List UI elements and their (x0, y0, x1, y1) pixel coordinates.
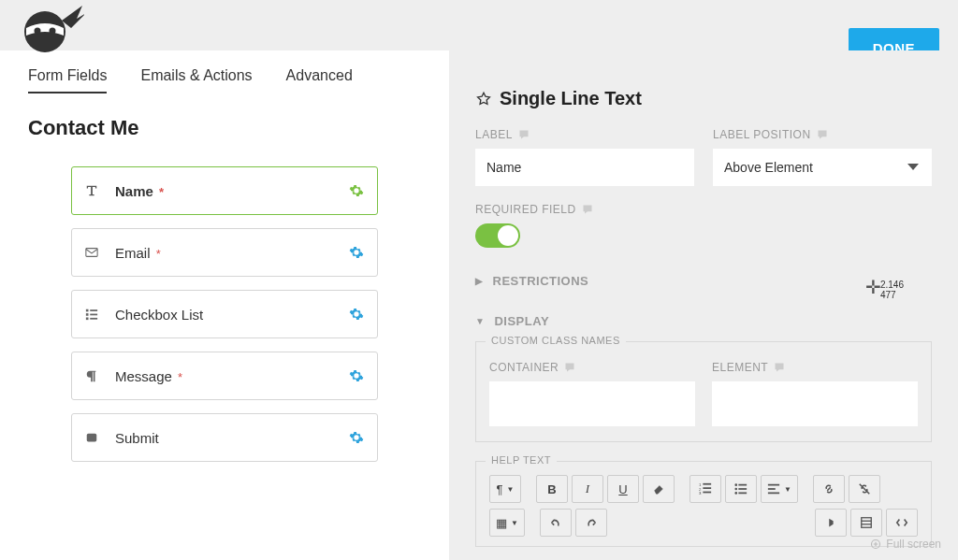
mail-icon (85, 246, 102, 259)
cursor-coordinates: ✛ 2.146477 (880, 280, 904, 300)
position-header: LABEL POSITION (713, 128, 811, 141)
library-button[interactable] (850, 509, 882, 537)
container-class-input[interactable] (489, 381, 695, 426)
media-button[interactable] (815, 509, 847, 537)
svg-rect-20 (738, 488, 747, 490)
position-select[interactable]: Above Element (713, 149, 932, 186)
form-builder-panel: Form Fields Emails & Actions Advanced Co… (0, 50, 449, 560)
svg-rect-5 (90, 309, 97, 311)
star-icon[interactable] (475, 91, 492, 108)
required-asterisk: * (156, 247, 161, 261)
underline-button[interactable]: U (607, 475, 639, 503)
italic-button[interactable]: I (572, 475, 603, 503)
container-header: CONTAINER (489, 361, 559, 374)
field-row-name[interactable]: Name * (71, 166, 378, 215)
field-label: Email (115, 245, 151, 261)
required-asterisk: * (178, 370, 182, 384)
svg-rect-23 (768, 484, 779, 486)
field-label: Submit (115, 430, 159, 446)
svg-rect-3 (86, 249, 97, 257)
gear-icon[interactable] (349, 245, 364, 260)
ninja-logo (19, 0, 84, 56)
paragraph-icon (85, 369, 102, 382)
gear-icon[interactable] (349, 430, 364, 445)
tab-advanced[interactable]: Advanced (286, 67, 353, 93)
required-toggle[interactable] (475, 223, 520, 248)
field-row-submit[interactable]: Submit (71, 413, 378, 462)
tab-emails-actions[interactable]: Emails & Actions (140, 67, 252, 93)
editor-toolbar: ¶▼ B I U 123 ▼ (489, 475, 918, 503)
svg-rect-16 (703, 492, 711, 494)
unlink-button[interactable] (849, 475, 880, 503)
form-title: Contact Me (28, 116, 421, 140)
redo-button[interactable] (575, 509, 607, 537)
svg-rect-24 (768, 488, 776, 490)
square-icon (85, 431, 102, 444)
element-class-input[interactable] (712, 381, 918, 426)
svg-rect-9 (90, 318, 97, 320)
required-header: REQUIRED FIELD (475, 203, 576, 216)
svg-rect-26 (862, 518, 872, 528)
align-button[interactable]: ▼ (761, 475, 798, 503)
tooltip-icon[interactable] (518, 129, 530, 140)
gear-icon[interactable] (349, 183, 364, 198)
restrictions-section[interactable]: ▶ RESTRICTIONS (475, 274, 932, 288)
triangle-right-icon: ▶ (475, 276, 484, 286)
text-icon (85, 184, 102, 197)
tab-form-fields[interactable]: Form Fields (28, 67, 107, 93)
svg-rect-14 (703, 487, 711, 489)
field-label: Message (115, 368, 172, 384)
tooltip-icon[interactable] (817, 129, 828, 140)
list-icon (85, 308, 102, 321)
svg-rect-10 (87, 434, 97, 442)
gear-icon[interactable] (349, 368, 364, 383)
label-input[interactable] (475, 149, 694, 186)
unordered-list-button[interactable] (725, 475, 757, 503)
field-label: Checkbox List (115, 307, 203, 323)
tooltip-icon[interactable] (564, 362, 575, 373)
svg-rect-12 (703, 483, 711, 485)
settings-title: Single Line Text (500, 88, 642, 109)
eraser-button[interactable] (643, 475, 675, 503)
label-header: LABEL (475, 128, 513, 141)
table-button[interactable]: ▦▼ (489, 509, 525, 537)
custom-classes-legend: CUSTOM CLASS NAMES (486, 335, 626, 346)
gear-icon[interactable] (349, 307, 364, 322)
help-text-legend: HELP TEXT (486, 454, 557, 466)
field-label: Name (115, 183, 153, 199)
paragraph-format-button[interactable]: ¶▼ (489, 475, 521, 503)
undo-button[interactable] (540, 509, 572, 537)
svg-rect-4 (86, 309, 89, 312)
required-asterisk: * (159, 185, 164, 199)
field-settings-panel: Single Line Text LABEL LABEL POSITION Ab… (449, 50, 958, 560)
svg-point-19 (734, 488, 737, 491)
svg-rect-6 (86, 313, 89, 316)
svg-text:3: 3 (699, 491, 702, 495)
element-header: ELEMENT (712, 361, 768, 374)
ordered-list-button[interactable]: 123 (689, 475, 721, 503)
svg-rect-18 (738, 484, 747, 486)
svg-point-2 (50, 28, 56, 35)
field-row-email[interactable]: Email * (71, 228, 378, 277)
svg-point-1 (35, 28, 41, 35)
svg-rect-7 (90, 314, 97, 316)
bold-button[interactable]: B (536, 475, 568, 503)
code-view-button[interactable] (886, 509, 918, 537)
link-button[interactable] (813, 475, 845, 503)
field-row-checkbox-list[interactable]: Checkbox List (71, 290, 378, 338)
tooltip-icon[interactable] (582, 204, 593, 215)
svg-point-21 (734, 492, 737, 495)
display-section[interactable]: ▼ DISPLAY (475, 314, 932, 328)
svg-rect-8 (86, 318, 89, 321)
tooltip-icon[interactable] (774, 362, 785, 373)
svg-rect-25 (768, 493, 779, 495)
field-row-message[interactable]: Message * (71, 352, 378, 400)
svg-rect-22 (738, 493, 747, 495)
svg-point-17 (734, 483, 737, 486)
fullscreen-button[interactable]: Full screen (870, 538, 941, 551)
triangle-down-icon: ▼ (475, 316, 485, 326)
